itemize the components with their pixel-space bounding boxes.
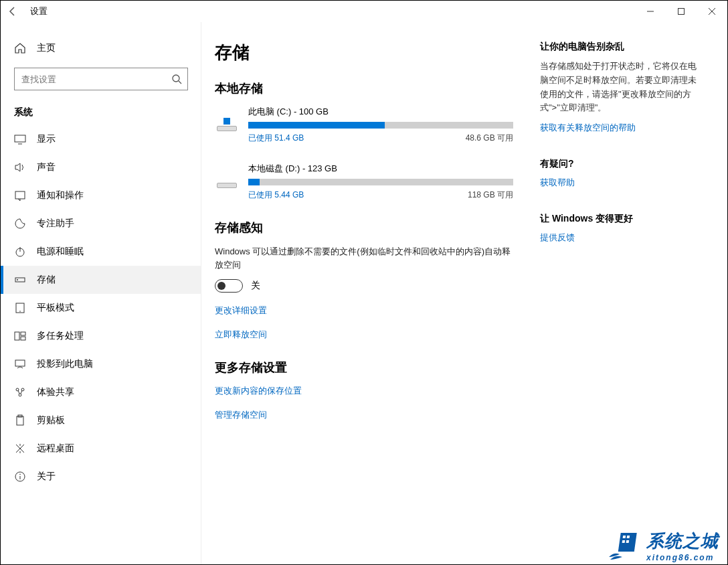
maximize-button[interactable] [666, 1, 697, 22]
more-storage-title: 更多存储设置 [215, 359, 513, 376]
storage-sense-toggle[interactable] [215, 279, 243, 293]
svg-rect-16 [21, 332, 25, 335]
nav-label: 多任务处理 [37, 330, 84, 342]
storage-sense-desc: Windows 可以通过删除不需要的文件(例如临时文件和回收站中的内容)自动释放… [215, 245, 513, 271]
drive-d-free: 118 GB 可用 [468, 189, 513, 201]
sidebar: 主页 系统 显示 声音 通知和操作 [1, 22, 201, 564]
drive-c-icon [215, 107, 239, 131]
drive-c-title: 此电脑 (C:) - 100 GB [248, 106, 513, 118]
nav-label: 剪贴板 [37, 414, 65, 426]
drive-c[interactable]: 此电脑 (C:) - 100 GB 已使用 51.4 GB 48.6 GB 可用 [215, 106, 513, 144]
svg-rect-15 [15, 332, 19, 340]
nav-label: 声音 [37, 161, 56, 173]
nav-label: 通知和操作 [37, 189, 84, 201]
drive-d-title: 本地磁盘 (D:) - 123 GB [248, 163, 513, 175]
drive-d-used: 已使用 5.44 GB [248, 189, 304, 201]
nav-focus[interactable]: 专注助手 [1, 210, 201, 238]
svg-line-5 [179, 81, 181, 84]
close-button[interactable] [697, 1, 727, 22]
drive-c-free: 48.6 GB 可用 [466, 133, 513, 144]
svg-rect-22 [17, 416, 23, 425]
link-free-now[interactable]: 立即释放空间 [215, 329, 513, 341]
search-input[interactable] [15, 68, 187, 90]
tablet-icon [14, 302, 26, 314]
drive-c-bar [248, 122, 513, 129]
projecting-icon [14, 358, 26, 370]
focus-icon [14, 218, 26, 230]
clipboard-icon [14, 414, 26, 426]
svg-rect-1 [678, 9, 685, 15]
nav-projecting[interactable]: 投影到此电脑 [1, 350, 201, 378]
local-storage-title: 本地存储 [215, 80, 513, 96]
nav-label: 投影到此电脑 [37, 358, 93, 370]
sound-icon [14, 161, 26, 173]
tidy-title: 让你的电脑告别杂乱 [540, 41, 701, 53]
drive-d-bar [248, 179, 513, 185]
link-save-location[interactable]: 更改新内容的保存位置 [215, 385, 513, 397]
svg-point-21 [19, 394, 21, 396]
multitask-icon [14, 330, 26, 342]
nav-label: 存储 [37, 274, 56, 286]
home-icon [14, 42, 26, 54]
link-manage-spaces[interactable]: 管理存储空间 [215, 409, 513, 421]
home-label: 主页 [37, 42, 56, 54]
drive-c-used: 已使用 51.4 GB [248, 133, 304, 144]
nav-label: 远程桌面 [37, 442, 74, 455]
section-label: 系统 [1, 100, 201, 125]
minimize-button[interactable] [635, 1, 666, 22]
page-title: 存储 [215, 41, 513, 64]
svg-point-14 [19, 311, 21, 312]
nav-display[interactable]: 显示 [1, 125, 201, 153]
nav-notifications[interactable]: 通知和操作 [1, 181, 201, 210]
better-title: 让 Windows 变得更好 [540, 213, 701, 225]
shared-icon [14, 386, 26, 398]
nav-label: 显示 [37, 133, 56, 145]
storage-sense-title: 存储感知 [215, 220, 513, 236]
power-icon [14, 246, 26, 258]
nav-about[interactable]: 关于 [1, 463, 201, 491]
nav-clipboard[interactable]: 剪贴板 [1, 406, 201, 434]
tidy-text: 当存储感知处于打开状态时，它将仅在电脑空间不足时释放空间。若要立即清理未使用的文… [540, 60, 701, 115]
link-change-detail[interactable]: 更改详细设置 [215, 305, 513, 317]
feedback-link[interactable]: 提供反馈 [540, 232, 701, 244]
drive-d[interactable]: 本地磁盘 (D:) - 123 GB 已使用 5.44 GB 118 GB 可用 [215, 163, 513, 201]
search-icon [171, 74, 182, 84]
nav-remote[interactable]: 远程桌面 [1, 434, 201, 463]
svg-point-30 [19, 474, 21, 475]
search-box[interactable] [14, 68, 188, 90]
nav-label: 体验共享 [37, 386, 74, 398]
drive-d-icon [215, 164, 239, 188]
nav-label: 关于 [37, 471, 56, 483]
svg-rect-8 [15, 191, 25, 199]
storage-icon [14, 274, 26, 286]
remote-icon [14, 442, 26, 455]
toggle-state-label: 关 [251, 280, 260, 292]
nav-label: 平板模式 [37, 302, 74, 314]
svg-rect-18 [15, 360, 25, 366]
svg-rect-6 [15, 135, 25, 142]
nav-multitask[interactable]: 多任务处理 [1, 322, 201, 350]
tidy-help-link[interactable]: 获取有关释放空间的帮助 [540, 122, 701, 134]
home-button[interactable]: 主页 [1, 35, 201, 61]
nav-storage[interactable]: 存储 [1, 266, 201, 294]
display-icon [14, 133, 26, 145]
notifications-icon [14, 189, 26, 201]
nav-shared[interactable]: 体验共享 [1, 378, 201, 406]
nav-tablet[interactable]: 平板模式 [1, 294, 201, 322]
nav-label: 专注助手 [37, 218, 74, 230]
back-button[interactable] [7, 6, 18, 17]
nav-sound[interactable]: 声音 [1, 153, 201, 181]
svg-point-12 [17, 279, 18, 280]
svg-point-4 [173, 75, 179, 82]
about-icon [14, 471, 26, 483]
get-help-link[interactable]: 获取帮助 [540, 177, 701, 189]
nav-power[interactable]: 电源和睡眠 [1, 238, 201, 266]
question-title: 有疑问? [540, 158, 701, 170]
title-bar: 设置 [1, 1, 727, 22]
svg-rect-17 [21, 337, 25, 340]
nav-label: 电源和睡眠 [37, 246, 84, 258]
window-title: 设置 [30, 5, 48, 17]
